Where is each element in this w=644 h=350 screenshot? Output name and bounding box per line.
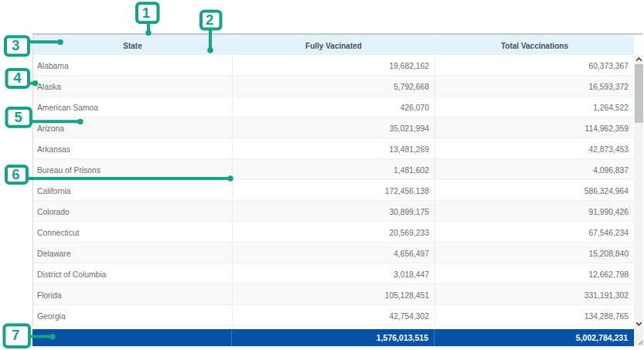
svg-text:5: 5 (14, 109, 22, 125)
svg-text:2: 2 (206, 12, 213, 28)
svg-text:4: 4 (13, 70, 22, 86)
svg-text:1: 1 (142, 5, 150, 21)
svg-text:7: 7 (12, 327, 19, 343)
svg-text:6: 6 (12, 166, 19, 182)
svg-text:3: 3 (12, 37, 19, 53)
